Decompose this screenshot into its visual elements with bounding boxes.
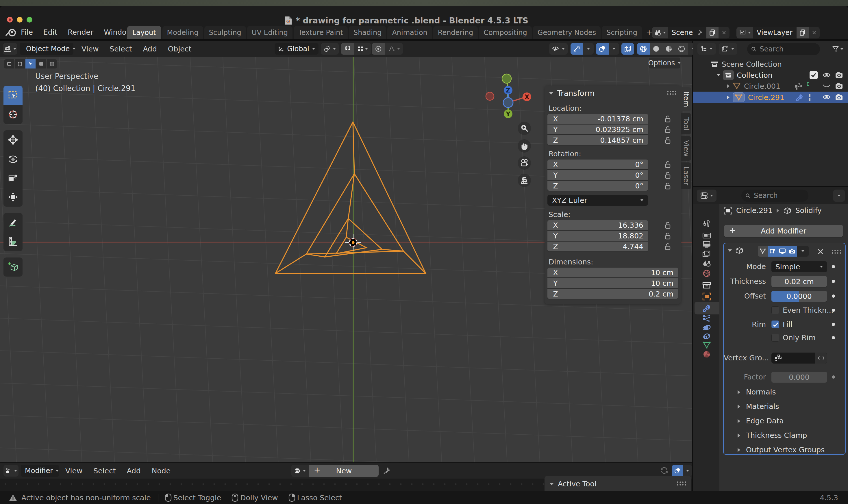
thickness-field[interactable]: 0.02 cm — [771, 276, 827, 287]
lock-rotation-z-icon[interactable] — [664, 182, 671, 190]
select-mode-subtract-button[interactable] — [36, 59, 46, 69]
modifier-extras-dropdown[interactable] — [797, 246, 809, 257]
dimensions-x-field[interactable]: X10 cm — [547, 268, 678, 277]
transform-panel-header[interactable]: Transform — [549, 89, 595, 98]
remove-viewlayer-button[interactable] — [809, 27, 820, 38]
tab-constraints-icon[interactable] — [702, 332, 711, 340]
modifier-delete-x-icon[interactable] — [817, 249, 824, 255]
gizmos-dropdown[interactable] — [583, 43, 594, 55]
outliner-search-input[interactable] — [759, 45, 816, 53]
pivot-point-dropdown[interactable] — [321, 43, 339, 55]
select-mode-intersect-button[interactable] — [47, 59, 57, 69]
workspace-tab-sculpting[interactable]: Sculpting — [204, 26, 246, 39]
shading-wireframe-button[interactable] — [637, 43, 650, 55]
lock-rotation-x-icon[interactable] — [664, 161, 671, 168]
lock-location-x-icon[interactable] — [664, 115, 671, 123]
zoom-view-button[interactable] — [518, 122, 531, 135]
sidebar-tab-item[interactable]: Item — [681, 87, 691, 111]
tool-select-box[interactable] — [3, 86, 22, 105]
workspace-tab-shading[interactable]: Shading — [349, 26, 386, 39]
properties-editor-type-button[interactable] — [697, 190, 717, 202]
navigation-gizmo[interactable]: Z X Y — [477, 69, 541, 121]
node-menu-add[interactable]: Add — [127, 467, 141, 475]
section-thickness-clamp[interactable]: Thickness Clamp — [738, 431, 807, 439]
new-node-tree-button[interactable]: + New — [309, 465, 379, 477]
tool-annotate[interactable] — [3, 213, 22, 232]
sync-arrows-icon[interactable] — [660, 466, 668, 474]
mode-dropdown[interactable]: Object Mode — [20, 43, 73, 55]
tool-add-cube[interactable] — [3, 257, 22, 276]
active-tool-header[interactable]: Active Tool — [550, 480, 597, 488]
location-z-field[interactable]: Z0.14857 cm — [547, 135, 648, 145]
modifier-realtime-toggle[interactable] — [777, 246, 787, 257]
animate-dot[interactable] — [832, 265, 835, 268]
camera-view-button[interactable] — [518, 156, 531, 169]
render-camera-icon[interactable] — [835, 83, 843, 89]
new-scene-button[interactable] — [706, 27, 719, 38]
offset-slider[interactable]: 0.0000 — [771, 291, 827, 302]
location-y-field[interactable]: Y0.023925 cm — [547, 125, 648, 134]
unlink-scene-button[interactable] — [719, 27, 729, 38]
outliner-filter-button[interactable] — [830, 43, 846, 55]
xray-toggle[interactable] — [621, 43, 634, 55]
add-modifier-button[interactable]: + Add Modifier — [724, 225, 843, 237]
viewport-menu-view[interactable]: View — [82, 45, 98, 53]
mode-dropdown[interactable]: Simple — [771, 261, 827, 272]
macos-minimize-button[interactable] — [17, 17, 22, 22]
new-viewlayer-button[interactable] — [797, 27, 809, 38]
tool-transform[interactable] — [3, 187, 22, 206]
expand-chevron-icon[interactable] — [727, 84, 729, 88]
viewport-menu-object[interactable]: Object — [168, 45, 191, 53]
modifier-drag-handle[interactable] — [831, 249, 841, 254]
node-menu-view[interactable]: View — [65, 467, 83, 475]
node-tree-type-dropdown[interactable]: Modifier — [21, 465, 59, 477]
lock-scale-y-icon[interactable] — [664, 232, 671, 240]
animate-dot[interactable] — [832, 294, 835, 298]
sidebar-tab-view[interactable]: View — [681, 136, 691, 161]
scale-z-field[interactable]: Z4.744 — [547, 241, 648, 251]
modifier-header-left[interactable] — [728, 247, 743, 254]
editor-type-button[interactable] — [3, 43, 17, 55]
menu-render[interactable]: Render — [68, 28, 93, 36]
dimensions-z-field[interactable]: Z0.2 cm — [547, 289, 678, 299]
invert-vertex-group-button[interactable] — [815, 353, 827, 363]
section-normals[interactable]: Normals — [738, 388, 776, 396]
hidden-eye-closed-icon[interactable] — [822, 84, 831, 88]
rim-fill-checkbox[interactable] — [771, 321, 779, 328]
section-edge-data[interactable]: Edge Data — [738, 417, 784, 425]
section-output-vertex-groups[interactable]: Output Vertex Groups — [738, 446, 825, 454]
show-gizmos-toggle[interactable] — [571, 43, 583, 55]
tab-tool-icon[interactable] — [702, 220, 710, 228]
sidebar-tab-tool[interactable]: Tool — [681, 113, 691, 135]
macos-zoom-button[interactable] — [26, 17, 32, 22]
tab-output-icon[interactable] — [702, 241, 711, 249]
lock-location-z-icon[interactable] — [664, 137, 671, 144]
tab-render-icon[interactable] — [702, 232, 711, 239]
even-thickness-checkbox[interactable] — [771, 306, 779, 314]
proportional-edit-toggle[interactable] — [372, 43, 385, 55]
animate-dot[interactable] — [832, 375, 835, 379]
collection-expand-chevron-icon[interactable] — [717, 74, 720, 76]
tool-move[interactable] — [3, 130, 22, 149]
tab-object-icon[interactable] — [702, 292, 711, 301]
overlays-dropdown[interactable] — [609, 43, 619, 55]
select-mode-tweak-button[interactable] — [4, 59, 14, 69]
node-overlays-toggle[interactable] — [672, 465, 683, 476]
modifier-edit-mode-toggle[interactable] — [758, 246, 768, 257]
section-materials[interactable]: Materials — [738, 402, 779, 411]
only-rim-checkbox[interactable] — [771, 334, 779, 342]
gizmo-axis-ball[interactable] — [502, 74, 511, 83]
active-tool-drag-handle[interactable] — [676, 481, 686, 486]
modifier-cage-toggle[interactable] — [768, 246, 777, 257]
properties-search[interactable] — [741, 190, 808, 202]
gizmo-minus-x-ball[interactable] — [486, 92, 494, 100]
outliner-row-collection[interactable]: Collection — [693, 70, 848, 80]
workspace-tab-layout[interactable]: Layout — [127, 26, 161, 39]
outliner-row-circle-291[interactable]: Circle.291 — [693, 92, 848, 103]
node-menu-node[interactable]: Node — [152, 467, 170, 475]
outliner-display-mode-button[interactable] — [698, 43, 716, 55]
snap-toggle-button[interactable] — [341, 43, 354, 55]
tab-material-icon[interactable] — [702, 350, 711, 358]
render-camera-icon[interactable] — [835, 71, 843, 78]
snap-settings-dropdown[interactable] — [354, 43, 371, 55]
